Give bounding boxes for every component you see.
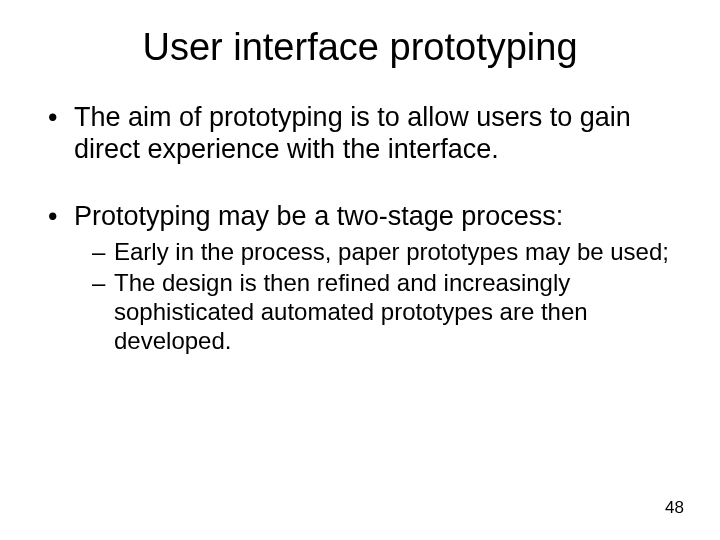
slide: User interface prototyping The aim of pr…	[0, 0, 720, 540]
bullet-item: Prototyping may be a two-stage process: …	[48, 200, 680, 356]
page-number: 48	[665, 498, 684, 518]
subbullet-item: The design is then refined and increasin…	[92, 269, 680, 355]
subbullet-text: The design is then refined and increasin…	[114, 269, 588, 354]
slide-title: User interface prototyping	[40, 26, 680, 69]
subbullet-item: Early in the process, paper prototypes m…	[92, 238, 680, 267]
bullet-text: Prototyping may be a two-stage process:	[74, 201, 563, 231]
bullet-text: The aim of prototyping is to allow users…	[74, 102, 631, 164]
bullet-item: The aim of prototyping is to allow users…	[48, 101, 680, 166]
subbullet-text: Early in the process, paper prototypes m…	[114, 238, 669, 265]
subbullet-list: Early in the process, paper prototypes m…	[74, 238, 680, 355]
bullet-list: The aim of prototyping is to allow users…	[40, 101, 680, 355]
